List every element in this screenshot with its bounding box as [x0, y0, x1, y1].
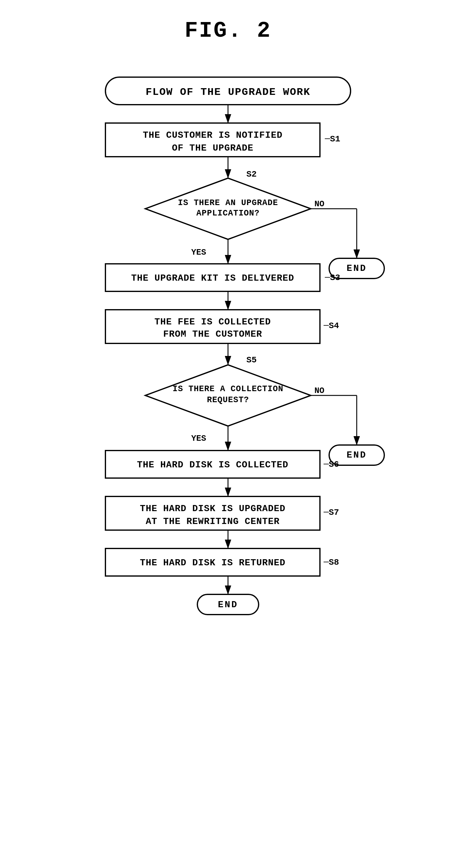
s2-text-line2: APPLICATION? — [196, 209, 260, 218]
flowchart-svg: FLOW OF THE UPGRADE WORK THE CUSTOMER IS… — [44, 68, 412, 864]
s7-label: ─S7 — [323, 508, 339, 517]
s6-text: THE HARD DISK IS COLLECTED — [137, 460, 288, 470]
s8-label: ─S8 — [323, 558, 339, 567]
s5-yes-label: YES — [191, 434, 206, 443]
s5-text-line2: REQUEST? — [207, 396, 249, 405]
s8-text: THE HARD DISK IS RETURNED — [140, 558, 285, 568]
s5-label: S5 — [247, 355, 257, 365]
s6-label: ─S6 — [323, 460, 339, 469]
s1-text-line1: THE CUSTOMER IS NOTIFIED — [143, 130, 283, 141]
s2-label: S2 — [247, 169, 257, 179]
s5-no-label: NO — [314, 386, 324, 396]
page-title: FIG. 2 — [184, 18, 271, 43]
s1-text-line2: OF THE UPGRADE — [172, 143, 253, 153]
s2-no-label: NO — [314, 199, 324, 209]
s2-text-line1: IS THERE AN UPGRADE — [178, 198, 278, 208]
s7-text-line1: THE HARD DISK IS UPGRADED — [140, 503, 285, 514]
s4-label: ─S4 — [323, 321, 339, 331]
end2-label: END — [347, 450, 367, 460]
s1-label: ─S1 — [324, 134, 340, 144]
s4-text-line1: THE FEE IS COLLECTED — [154, 317, 271, 327]
s2-yes-label: YES — [191, 248, 206, 257]
s7-text-line2: AT THE REWRITING CENTER — [146, 516, 280, 527]
s3-text: THE UPGRADE KIT IS DELIVERED — [131, 273, 294, 283]
s3-label: ─S3 — [324, 273, 340, 282]
end3-label: END — [218, 599, 238, 610]
s4-text-line2: FROM THE CUSTOMER — [163, 329, 262, 339]
s5-text-line1: IS THERE A COLLECTION — [173, 384, 283, 394]
start-label: FLOW OF THE UPGRADE WORK — [146, 86, 310, 98]
end1-label: END — [347, 263, 367, 274]
